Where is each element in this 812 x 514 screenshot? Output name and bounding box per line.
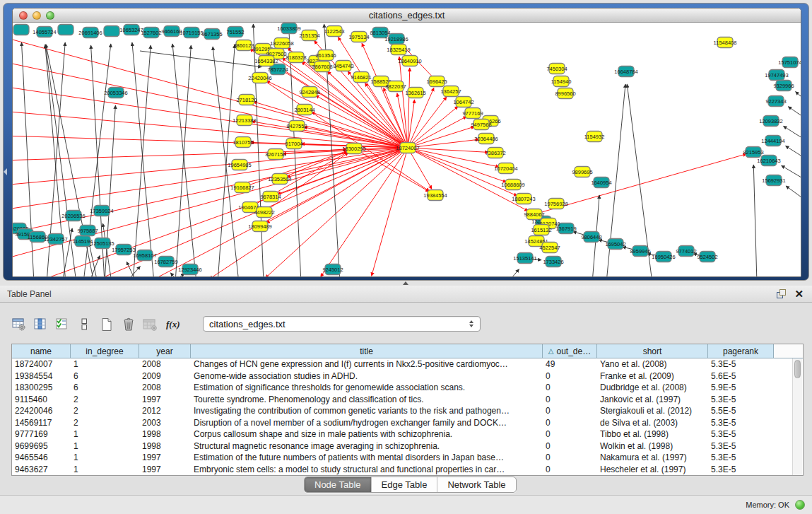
network-node[interactable]: 7386372 — [485, 148, 505, 158]
network-node[interactable]: 9671355 — [201, 29, 222, 40]
network-node[interactable]: 16210643 — [757, 156, 780, 166]
network-node[interactable]: 8454743 — [333, 61, 353, 71]
network-edge[interactable] — [408, 106, 458, 148]
network-node[interactable]: 1733426 — [543, 257, 563, 267]
network-node[interactable]: 1364257 — [440, 86, 461, 97]
table-row[interactable]: 2242004622012Investigating the contribut… — [12, 405, 803, 417]
row-panel-icon[interactable] — [77, 317, 93, 332]
network-edge[interactable] — [102, 223, 112, 277]
network-node[interactable]: 751552 — [226, 27, 244, 37]
network-node[interactable]: 16950426 — [652, 252, 675, 262]
network-node[interactable]: 9497568 — [471, 119, 491, 130]
network-node[interactable]: 16648784 — [614, 66, 637, 77]
network-node[interactable]: 9774012 — [676, 246, 696, 257]
network-edge[interactable] — [172, 44, 196, 277]
network-node[interactable]: 9975887 — [77, 226, 98, 236]
split-divider[interactable] — [0, 281, 812, 286]
network-node[interactable]: 1975134 — [348, 32, 369, 42]
table-row[interactable]: 969969511998Structural magnetic resonanc… — [12, 440, 803, 452]
table-row[interactable]: 1872400712008Changes of HCN gene express… — [12, 358, 803, 370]
network-edge[interactable] — [13, 112, 408, 148]
network-node[interactable]: 1145194 — [73, 236, 93, 247]
network-edge[interactable] — [175, 45, 191, 277]
network-node[interactable]: 917004 — [285, 139, 302, 149]
table-row[interactable]: 1830029562008Estimation of significance … — [12, 382, 803, 394]
network-canvas[interactable]: 1405572420691406106532471527602946616010… — [13, 23, 801, 277]
network-node[interactable]: 10719155 — [180, 28, 203, 38]
network-node[interactable]: 9227343 — [765, 96, 786, 107]
scrollbar-thumb[interactable] — [794, 360, 801, 378]
network-node[interactable]: 8267150 — [265, 149, 286, 160]
vertical-scrollbar[interactable] — [792, 358, 802, 475]
network-node[interactable]: 2867608 — [312, 62, 332, 72]
network-node[interactable]: 19747493 — [765, 70, 788, 81]
network-node[interactable]: 2151354 — [299, 30, 319, 41]
network-node[interactable]: 2803144 — [294, 105, 314, 115]
network-edge[interactable] — [13, 39, 408, 148]
network-node[interactable]: 20691406 — [78, 28, 102, 38]
table-row[interactable]: 946554611997Estimation of the future num… — [12, 452, 803, 464]
network-node[interactable]: 14055724 — [33, 27, 56, 37]
network-node[interactable]: 20053346 — [104, 88, 127, 98]
network-node[interactable]: 1615132 — [531, 225, 551, 235]
network-node[interactable]: 20206536 — [61, 211, 85, 221]
network-node[interactable]: 8427552 — [286, 121, 307, 132]
split-grip-icon[interactable] — [403, 281, 408, 285]
tab-node-table[interactable]: Node Table — [305, 477, 372, 492]
network-node[interactable]: 18325419 — [387, 45, 410, 55]
network-edge[interactable] — [786, 186, 801, 205]
network-node[interactable]: 12093832 — [759, 116, 782, 127]
table-row[interactable]: 911546021997Tourette syndrome. Phenomeno… — [12, 394, 803, 406]
network-window[interactable]: citations_edges.txt 14055724206914061065… — [12, 8, 801, 277]
network-node[interactable]: 2613546 — [315, 50, 336, 61]
column-header-in_degree[interactable]: in_degree — [71, 344, 139, 358]
network-node[interactable]: 16720404 — [494, 163, 517, 174]
network-node[interactable]: 12444194 — [761, 136, 784, 146]
network-node[interactable]: 9242848 — [299, 87, 319, 98]
network-node[interactable]: 20364486 — [474, 134, 498, 144]
network-edge[interactable] — [753, 165, 757, 277]
network-node[interactable]: 1527602 — [141, 28, 161, 38]
column-header-short[interactable]: short — [597, 344, 708, 358]
float-panel-icon[interactable] — [777, 289, 786, 298]
network-node[interactable]: 4498222 — [254, 207, 274, 218]
network-node[interactable]: 9777169 — [462, 108, 483, 119]
network-node[interactable]: 18226058 — [270, 38, 293, 49]
network-edge[interactable] — [785, 146, 801, 163]
network-node[interactable]: 1362615 — [405, 88, 425, 98]
network-node[interactable]: 1064742 — [453, 97, 473, 107]
tab-network-table[interactable]: Network Table — [437, 477, 515, 492]
network-node[interactable]: 12213389 — [233, 115, 256, 126]
network-node[interactable]: 15135141 — [513, 253, 536, 264]
network-graph[interactable]: 1405572420691406106532471527602946616010… — [13, 23, 801, 277]
network-node[interactable]: 9678314 — [260, 192, 281, 202]
network-node[interactable]: 9329966 — [773, 81, 794, 91]
network-node[interactable]: 9524502 — [697, 252, 717, 262]
network-node[interactable]: 12505135 — [90, 238, 114, 249]
network-node[interactable]: 1154932 — [584, 132, 605, 142]
network-node[interactable]: 8996560 — [555, 88, 575, 99]
network-node[interactable]: 19218986 — [384, 34, 408, 45]
column-header-year[interactable]: year — [139, 344, 191, 358]
network-node[interactable]: 18099489 — [248, 221, 271, 232]
memory-status-icon[interactable] — [795, 500, 805, 510]
table-row[interactable]: 977716911998Corpus callosum shape and si… — [12, 428, 803, 440]
column-header-out_de[interactable]: △out_de… — [543, 344, 597, 358]
table-settings-icon[interactable] — [11, 317, 27, 332]
network-node[interactable]: 16958107 — [133, 250, 156, 261]
column-header-pagerank[interactable]: pagerank — [708, 344, 774, 358]
network-node[interactable] — [13, 25, 29, 35]
network-edge[interactable] — [170, 273, 179, 277]
network-node[interactable]: 16782759 — [154, 257, 177, 267]
network-node[interactable]: 16033809 — [277, 23, 300, 34]
network-node[interactable]: 9245012 — [322, 264, 343, 275]
network-node[interactable] — [58, 25, 73, 35]
network-node[interactable]: 8822037 — [385, 81, 406, 92]
network-node[interactable]: 9466160 — [161, 26, 182, 37]
table-select-dropdown[interactable]: citations_edges.txt — [203, 316, 481, 332]
network-edge[interactable] — [783, 126, 801, 144]
table-row[interactable]: 946362711997Embryonic stem cells: a mode… — [12, 464, 803, 476]
delete-column-icon[interactable] — [121, 317, 136, 332]
close-panel-icon[interactable]: ✕ — [794, 289, 804, 298]
column-header-title[interactable]: title — [191, 344, 543, 358]
